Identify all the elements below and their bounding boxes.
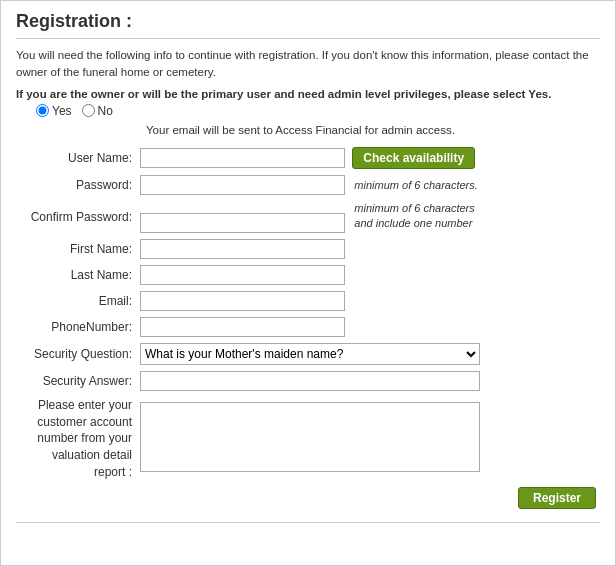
- account-number-input-cell: [136, 394, 600, 484]
- last-name-label: Last Name:: [16, 262, 136, 288]
- radio-yes[interactable]: [36, 104, 49, 117]
- phone-input[interactable]: [140, 317, 345, 337]
- security-question-label: Security Question:: [16, 340, 136, 368]
- info-text: You will need the following info to cont…: [16, 47, 600, 82]
- first-name-input[interactable]: [140, 239, 345, 259]
- last-name-input-cell: [136, 262, 600, 288]
- bottom-divider: [16, 522, 600, 523]
- password-row: Password: minimum of 6 characters.: [16, 172, 600, 198]
- first-name-row: First Name:: [16, 236, 600, 262]
- account-number-label: Please enter your customer account numbe…: [16, 394, 136, 484]
- register-row: Register: [16, 484, 600, 512]
- radio-yes-label[interactable]: Yes: [36, 104, 72, 118]
- check-availability-button[interactable]: Check availability: [352, 147, 475, 169]
- username-input[interactable]: [140, 148, 345, 168]
- admin-line: If you are the owner or will be the prim…: [16, 88, 600, 100]
- security-question-select[interactable]: What is your Mother's maiden name? What …: [140, 343, 480, 365]
- page-container: Registration : You will need the followi…: [0, 0, 616, 566]
- confirm-password-input[interactable]: [140, 213, 345, 233]
- username-label: User Name:: [16, 144, 136, 172]
- security-answer-label: Security Answer:: [16, 368, 136, 394]
- email-input-cell: [136, 288, 600, 314]
- password-input-cell: minimum of 6 characters.: [136, 172, 600, 198]
- phone-label: PhoneNumber:: [16, 314, 136, 340]
- phone-input-cell: [136, 314, 600, 340]
- radio-no-label[interactable]: No: [82, 104, 113, 118]
- first-name-input-cell: [136, 236, 600, 262]
- security-answer-row: Security Answer:: [16, 368, 600, 394]
- registration-form: User Name: Check availability Password: …: [16, 144, 600, 512]
- security-answer-input-cell: [136, 368, 600, 394]
- account-number-row: Please enter your customer account numbe…: [16, 394, 600, 484]
- last-name-input[interactable]: [140, 265, 345, 285]
- username-input-cell: Check availability: [136, 144, 600, 172]
- security-answer-input[interactable]: [140, 371, 480, 391]
- last-name-row: Last Name:: [16, 262, 600, 288]
- confirm-hint: minimum of 6 characters and include one …: [354, 201, 474, 232]
- confirm-password-input-cell: minimum of 6 characters and include one …: [136, 198, 600, 236]
- register-button[interactable]: Register: [518, 487, 596, 509]
- email-input[interactable]: [140, 291, 345, 311]
- account-number-textarea[interactable]: [140, 402, 480, 472]
- confirm-password-row: Confirm Password: minimum of 6 character…: [16, 198, 600, 236]
- phone-row: PhoneNumber:: [16, 314, 600, 340]
- page-title: Registration :: [16, 11, 600, 39]
- email-row: Email:: [16, 288, 600, 314]
- email-notice: Your email will be sent to Access Financ…: [16, 124, 600, 136]
- first-name-label: First Name:: [16, 236, 136, 262]
- security-question-input-cell: What is your Mother's maiden name? What …: [136, 340, 600, 368]
- password-hint: minimum of 6 characters.: [354, 179, 477, 191]
- register-cell: Register: [16, 484, 600, 512]
- radio-no[interactable]: [82, 104, 95, 117]
- security-question-row: Security Question: What is your Mother's…: [16, 340, 600, 368]
- username-row: User Name: Check availability: [16, 144, 600, 172]
- confirm-password-label: Confirm Password:: [16, 198, 136, 236]
- password-input[interactable]: [140, 175, 345, 195]
- email-label: Email:: [16, 288, 136, 314]
- password-label: Password:: [16, 172, 136, 198]
- admin-radio-group: Yes No: [16, 104, 600, 118]
